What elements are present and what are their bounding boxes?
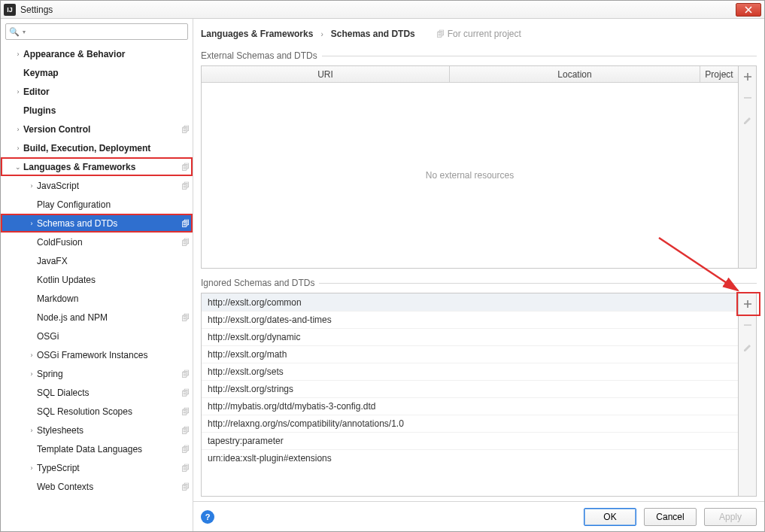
external-edit-button [739, 108, 757, 129]
for-current-project: 🗐 For current project [436, 29, 521, 39]
ignored-edit-button [739, 336, 757, 357]
project-scope-icon: 🗐 [181, 313, 190, 322]
project-scope-icon: 🗐 [181, 445, 190, 454]
sidebar-item-appearance-behavior[interactable]: ›Appearance & Behavior [1, 44, 193, 63]
project-scope-icon: 🗐 [181, 407, 190, 416]
chevron-right-icon: › [28, 182, 35, 190]
project-scope-icon: 🗐 [181, 482, 190, 491]
group-external-schemas: External Schemas and DTDs URI Location P… [201, 50, 757, 269]
ignored-row[interactable]: http://exslt.org/sets [202, 363, 738, 380]
search-history-caret[interactable]: ▾ [23, 29, 26, 35]
project-scope-icon: 🗐 [181, 219, 190, 228]
sidebar-item-javafx[interactable]: ›JavaFX [1, 251, 193, 270]
ignored-schemas-list[interactable]: http://exslt.org/commonhttp://exslt.org/… [201, 293, 739, 497]
chevron-right-icon: › [14, 144, 22, 152]
sidebar-item-label: Schemas and DTDs [37, 218, 117, 229]
sidebar-item-label: Appearance & Behavior [23, 49, 125, 59]
sidebar-item-label: ColdFusion [37, 237, 83, 248]
sidebar-item-node-js-and-npm[interactable]: ›Node.js and NPM🗐 [1, 308, 193, 327]
sidebar-item-sql-resolution-scopes[interactable]: ›SQL Resolution Scopes🗐 [1, 402, 193, 421]
sidebar-item-osgi-framework-instances[interactable]: ›OSGi Framework Instances [1, 345, 193, 364]
sidebar-item-label: Version Control [23, 124, 90, 135]
chevron-right-icon: › [28, 464, 35, 472]
sidebar-item-label: Spring [37, 369, 63, 379]
sidebar-item-coldfusion[interactable]: ›ColdFusion🗐 [1, 233, 193, 251]
breadcrumb: Languages & Frameworks › Schemas and DTD… [193, 19, 764, 43]
project-icon: 🗐 [436, 29, 445, 38]
ignored-add-button[interactable] [739, 293, 757, 315]
sidebar: 🔍 ▾ ›Appearance & Behavior›Keymap›Editor… [1, 19, 193, 531]
sidebar-item-label: Node.js and NPM [37, 312, 108, 323]
help-button[interactable]: ? [201, 510, 214, 524]
external-schemas-table[interactable]: URI Location Project No external resourc… [201, 65, 739, 269]
ignored-row[interactable]: tapestry:parameter [202, 432, 738, 449]
ignored-row[interactable]: http://mybatis.org/dtd/mybatis-3-config.… [202, 397, 738, 415]
search-input[interactable] [29, 26, 184, 37]
sidebar-item-label: Markdown [37, 293, 78, 304]
project-scope-icon: 🗐 [181, 125, 190, 134]
sidebar-item-label: Template Data Languages [37, 444, 142, 454]
sidebar-item-schemas-and-dtds[interactable]: ›Schemas and DTDs🗐 [1, 214, 193, 233]
col-location[interactable]: Location [450, 66, 700, 82]
ignored-row[interactable]: urn:idea:xslt-plugin#extensions [202, 449, 738, 467]
apply-button[interactable]: Apply [704, 508, 757, 526]
sidebar-item-version-control[interactable]: ›Version Control🗐 [1, 120, 193, 138]
search-icon: 🔍 [9, 27, 20, 37]
chevron-right-icon: › [320, 30, 323, 38]
sidebar-item-label: Plugins [23, 105, 56, 116]
sidebar-item-plugins[interactable]: ›Plugins [1, 101, 193, 120]
search-input-wrap[interactable]: 🔍 ▾ [5, 23, 188, 40]
chevron-down-icon: ⌄ [14, 163, 22, 171]
external-schemas-title: External Schemas and DTDs [201, 50, 322, 61]
ignored-tools [739, 293, 757, 497]
breadcrumb-current: Schemas and DTDs [331, 29, 415, 39]
project-note-label: For current project [448, 29, 521, 39]
sidebar-item-keymap[interactable]: ›Keymap [1, 63, 193, 82]
sidebar-item-languages-frameworks[interactable]: ⌄Languages & Frameworks🗐 [1, 157, 193, 176]
sidebar-item-osgi[interactable]: ›OSGi [1, 327, 193, 345]
chevron-right-icon: › [14, 88, 22, 96]
app-icon: IJ [4, 4, 16, 16]
sidebar-item-template-data-languages[interactable]: ›Template Data Languages🗐 [1, 439, 193, 458]
sidebar-item-editor[interactable]: ›Editor [1, 82, 193, 101]
ignored-remove-button [739, 315, 757, 336]
ignored-row[interactable]: http://exslt.org/math [202, 345, 738, 363]
sidebar-item-kotlin-updates[interactable]: ›Kotlin Updates [1, 270, 193, 289]
sidebar-item-label: Web Contexts [37, 482, 93, 492]
ignored-row[interactable]: http://exslt.org/dates-and-times [202, 311, 738, 328]
sidebar-item-label: JavaFX [37, 256, 68, 266]
col-project[interactable]: Project [700, 66, 738, 82]
sidebar-item-label: OSGi Framework Instances [37, 350, 147, 360]
chevron-right-icon: › [28, 351, 35, 359]
sidebar-item-label: Keymap [23, 68, 59, 78]
ignored-row[interactable]: http://exslt.org/strings [202, 380, 738, 397]
project-scope-icon: 🗐 [181, 369, 190, 378]
col-uri[interactable]: URI [202, 66, 450, 82]
sidebar-item-build-execution-deployment[interactable]: ›Build, Execution, Deployment [1, 138, 193, 157]
sidebar-item-stylesheets[interactable]: ›Stylesheets🗐 [1, 421, 193, 439]
close-button[interactable] [736, 3, 761, 17]
external-add-button[interactable] [739, 66, 757, 87]
breadcrumb-parent[interactable]: Languages & Frameworks [201, 29, 313, 39]
sidebar-item-spring[interactable]: ›Spring🗐 [1, 364, 193, 383]
content: Languages & Frameworks › Schemas and DTD… [193, 19, 764, 531]
sidebar-item-javascript[interactable]: ›JavaScript🗐 [1, 176, 193, 195]
sidebar-item-play-configuration[interactable]: ›Play Configuration [1, 195, 193, 214]
ok-button[interactable]: OK [584, 508, 636, 526]
project-scope-icon: 🗐 [181, 464, 190, 473]
chevron-right-icon: › [14, 126, 22, 133]
project-scope-icon: 🗐 [181, 426, 190, 435]
external-remove-button [739, 87, 757, 108]
ignored-row[interactable]: http://relaxng.org/ns/compatibility/anno… [202, 415, 738, 432]
ignored-row[interactable]: http://exslt.org/common [202, 293, 738, 311]
sidebar-item-markdown[interactable]: ›Markdown [1, 289, 193, 308]
sidebar-item-web-contexts[interactable]: ›Web Contexts🗐 [1, 477, 193, 496]
sidebar-item-typescript[interactable]: ›TypeScript🗐 [1, 458, 193, 477]
cancel-button[interactable]: Cancel [644, 508, 697, 526]
settings-tree[interactable]: ›Appearance & Behavior›Keymap›Editor›Plu… [1, 43, 193, 531]
sidebar-item-label: Kotlin Updates [37, 275, 96, 285]
window-title: Settings [20, 5, 53, 15]
ignored-schemas-title: Ignored Schemas and DTDs [201, 278, 319, 288]
sidebar-item-sql-dialects[interactable]: ›SQL Dialects🗐 [1, 383, 193, 402]
ignored-row[interactable]: http://exslt.org/dynamic [202, 328, 738, 345]
